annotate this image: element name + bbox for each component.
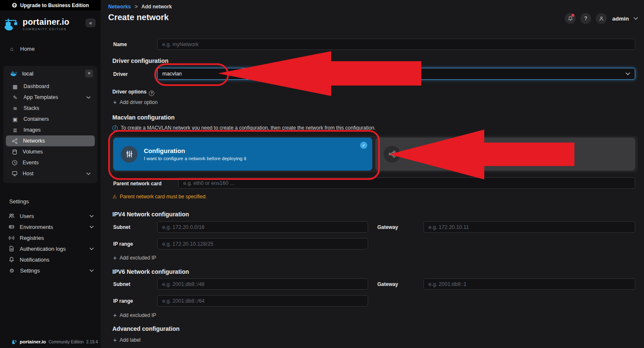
sidebar-item-networks[interactable]: Networks — [6, 135, 95, 146]
stacks-icon: ≋ — [12, 105, 18, 112]
main-content: Networks > Add network Create network ? — [101, 0, 644, 348]
sidebar-item-containers[interactable]: ▣ Containers — [6, 114, 95, 125]
breadcrumb-networks-link[interactable]: Networks — [108, 4, 131, 10]
sidebar-item-stacks[interactable]: ≋ Stacks — [6, 103, 95, 114]
sidebar-item-images[interactable]: ≣ Images — [6, 125, 95, 135]
brand-text: portainer.io COMMUNITY EDITION — [23, 17, 69, 31]
sidebar-item-label: Environments — [20, 224, 53, 230]
network-share-icon — [384, 146, 400, 163]
sidebar-item-label: Networks — [23, 138, 45, 144]
ipv6-section-heading: IPV6 Network configuration — [112, 268, 189, 275]
upgrade-banner-label: Upgrade to Business Edition — [20, 3, 89, 8]
footer-logo-icon — [12, 339, 17, 345]
page-title: Create network — [108, 13, 169, 22]
chevron-down-icon — [86, 96, 91, 99]
parent-network-card-label: Parent network card — [113, 181, 161, 187]
help-button[interactable]: ? — [580, 13, 591, 24]
chevron-down-icon — [88, 269, 95, 272]
chevron-down-icon[interactable] — [634, 17, 638, 20]
sidebar-item-label: Stacks — [23, 105, 39, 111]
brand-name: portainer.io — [23, 17, 69, 27]
sidebar-item-registries[interactable]: Registries — [0, 232, 101, 243]
dashboard-icon: ▦ — [12, 83, 18, 90]
driver-options-label: Driver options? — [112, 89, 154, 96]
ipv6-ip-range-input[interactable] — [157, 295, 368, 306]
info-icon: i — [112, 125, 118, 131]
driver-select[interactable]: macvlan — [157, 68, 635, 80]
environment-panel: local × ▦ Dashboard ✎ App Templates ≋ St… — [3, 66, 97, 183]
arrow-up-circle-icon — [12, 3, 17, 8]
sidebar-item-label: Containers — [23, 116, 49, 122]
advanced-section-heading: Advanced configuration — [112, 325, 179, 332]
ipv6-add-excluded-ip-button[interactable]: + Add excluded IP — [113, 312, 156, 319]
users-icon — [8, 213, 15, 219]
macvlan-section-heading: Macvlan configuration — [112, 114, 175, 121]
ipv4-gateway-input[interactable] — [423, 221, 635, 233]
sidebar-item-authentication-logs[interactable]: Authentication logs — [0, 243, 101, 254]
sidebar-item-label: Home — [20, 46, 35, 52]
chevron-down-icon — [626, 72, 630, 75]
app-window: Upgrade to Business Edition portainer.io… — [0, 0, 644, 348]
breadcrumb-separator: > — [135, 4, 138, 10]
ipv6-subnet-input[interactable] — [157, 278, 368, 290]
user-avatar[interactable] — [596, 13, 607, 24]
notifications-bell-icon — [8, 257, 15, 262]
sidebar-item-volumes[interactable]: Volumes — [6, 146, 95, 157]
upgrade-banner[interactable]: Upgrade to Business Edition — [0, 0, 101, 10]
sidebar-item-users[interactable]: Users — [0, 210, 101, 221]
configuration-card-title: Configuration — [144, 147, 246, 154]
chevron-down-icon — [86, 172, 91, 175]
host-monitor-icon — [12, 171, 18, 177]
chevron-down-icon — [88, 215, 95, 218]
footer-version: 2.19.4 — [86, 340, 98, 344]
parent-network-card-input[interactable] — [178, 177, 635, 189]
sidebar-item-events[interactable]: Events — [6, 157, 95, 168]
help-circle-icon: ? — [149, 91, 154, 96]
footer-edition: Community Edition — [49, 340, 84, 344]
ipv6-gateway-label: Gateway — [377, 281, 398, 287]
sidebar-item-label: Settings — [20, 267, 40, 274]
macvlan-mode-selector: Configuration I want to configure a netw… — [110, 136, 638, 172]
footer-brand: portainer.io — [20, 339, 46, 344]
sidebar-item-host[interactable]: Host — [6, 168, 95, 179]
ipv4-subnet-input[interactable] — [157, 221, 368, 233]
settings-section-header: Settings — [9, 198, 101, 205]
volumes-icon — [12, 149, 18, 155]
warning-icon: ⚠ — [112, 194, 117, 200]
sidebar: Upgrade to Business Edition portainer.io… — [0, 0, 101, 348]
gear-icon: ⚙ — [8, 267, 15, 274]
events-clock-icon — [12, 160, 18, 166]
driver-select-value: macvlan — [162, 71, 182, 77]
sidebar-item-home[interactable]: ⌂ Home — [0, 43, 101, 54]
sidebar-item-dashboard[interactable]: ▦ Dashboard — [6, 81, 95, 92]
creation-mode-card[interactable] — [375, 138, 635, 171]
environment-close-button[interactable]: × — [85, 70, 93, 78]
sidebar-item-settings[interactable]: ⚙ Settings — [0, 265, 101, 276]
ipv6-gateway-input[interactable] — [423, 278, 635, 290]
add-label-button[interactable]: + Add label — [113, 337, 140, 343]
ipv4-ip-range-input[interactable] — [157, 238, 368, 249]
sidebar-item-label: Registries — [20, 235, 44, 241]
sliders-icon — [121, 146, 138, 163]
question-icon: ? — [584, 16, 587, 21]
sidebar-item-app-templates[interactable]: ✎ App Templates — [6, 92, 95, 103]
sidebar-item-environments[interactable]: Environments — [0, 221, 101, 232]
sidebar-collapse-button[interactable]: « — [86, 18, 96, 27]
sidebar-item-notifications[interactable]: Notifications — [0, 254, 101, 265]
brand-edition: COMMUNITY EDITION — [23, 28, 69, 31]
macvlan-info-note: i To create a MACVLAN network you need t… — [112, 125, 376, 131]
environment-header[interactable]: local × — [3, 66, 97, 81]
plus-icon: + — [113, 99, 117, 106]
configuration-mode-card[interactable]: Configuration I want to configure a netw… — [113, 138, 372, 171]
driver-label: Driver — [113, 71, 128, 77]
network-name-input[interactable] — [157, 39, 635, 50]
sidebar-item-label: Notifications — [20, 257, 49, 263]
sidebar-item-label: Dashboard — [23, 83, 49, 89]
home-icon: ⌂ — [8, 46, 15, 52]
notifications-button[interactable] — [565, 13, 576, 24]
user-name: admin — [612, 16, 629, 22]
selected-check-icon: ✓ — [360, 142, 367, 149]
add-driver-option-button[interactable]: + Add driver option — [113, 99, 158, 106]
parent-warning: ⚠ Parent network card must be specified. — [112, 194, 207, 200]
ipv4-add-excluded-ip-button[interactable]: + Add excluded IP — [113, 255, 156, 261]
